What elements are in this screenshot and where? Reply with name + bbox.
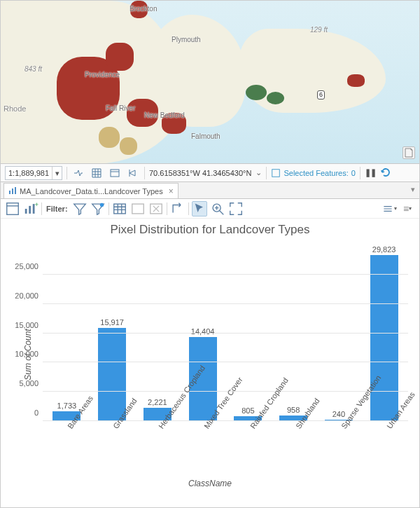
chevron-down-icon[interactable]: ▾ (52, 167, 62, 179)
svg-rect-0 (111, 170, 119, 177)
full-extent-button[interactable] (228, 201, 244, 217)
scale-input[interactable] (6, 169, 52, 177)
svg-rect-4 (15, 187, 16, 194)
properties-button[interactable] (5, 201, 20, 217)
x-axis-title: ClassName (1, 479, 419, 488)
chart-area: Pixel Distribution for Landcover Types S… (1, 219, 419, 490)
separator (167, 202, 167, 215)
y-tick-label: 0 (34, 409, 38, 417)
separator (41, 202, 42, 215)
svg-rect-1 (272, 169, 280, 177)
separator (266, 167, 267, 179)
export-menu-button[interactable]: ▾ (382, 201, 397, 217)
y-tick-label: 25,000 (15, 262, 38, 270)
switch-selection-button[interactable] (148, 201, 164, 217)
grid-tool-icon[interactable] (90, 166, 104, 180)
new-chart-button[interactable]: + (23, 201, 38, 217)
chart-menu-button[interactable]: ≡▾ (400, 201, 415, 217)
separator (188, 202, 189, 215)
filter-by-extent-button[interactable] (90, 201, 106, 217)
separator (66, 167, 67, 179)
grid-line (43, 274, 408, 275)
selection-tool-button[interactable] (192, 201, 207, 217)
note-icon (403, 147, 414, 158)
y-tick-label: 20,000 (15, 291, 38, 300)
y-tick-label: 10,000 (15, 350, 38, 358)
separator (108, 202, 109, 215)
urban-patch (347, 74, 365, 87)
grid-line (43, 303, 408, 304)
bar[interactable] (370, 255, 398, 421)
city-label-fall-river: Fall River (106, 104, 135, 112)
selection-icon (271, 168, 281, 178)
snap-tool-icon[interactable] (71, 166, 85, 180)
bar-chart-icon (8, 186, 17, 196)
coordinate-readout[interactable]: 70.6158351°W 41.3465430°N (149, 169, 251, 177)
grid-line (43, 362, 408, 362)
bar-col[interactable]: 1,733 (44, 245, 90, 421)
selected-features-status[interactable]: Selected Features: 0 (271, 168, 355, 178)
bar-value-label: 958 (287, 406, 300, 414)
svg-rect-7 (29, 205, 31, 213)
correction-tool-icon[interactable] (126, 166, 140, 180)
city-label-new-bedford: New Bedford (144, 111, 185, 119)
grid-line (43, 333, 408, 334)
zoom-tool-button[interactable] (210, 201, 225, 217)
separator (144, 167, 145, 179)
map-view[interactable]: Brockton Plymouth Providence Fall River … (1, 1, 419, 164)
sand-patch (120, 137, 137, 155)
city-label-plymouth: Plymouth (172, 36, 201, 43)
svg-rect-3 (12, 188, 13, 194)
separator (360, 167, 360, 179)
svg-text:+: + (35, 201, 39, 208)
bar-value-label: 2,221 (148, 398, 167, 406)
chart-title: Pixel Distribution for Landcover Types (1, 219, 419, 238)
elevation-label-right: 129 ft (310, 26, 328, 34)
y-tick-label: 15,000 (15, 321, 38, 329)
pause-drawing-button[interactable]: ❚❚ (365, 168, 376, 177)
city-label-brockton: Brockton (130, 5, 157, 13)
chart-tab-label: MA_Landcover_Data.ti...Landcover Types (20, 187, 163, 195)
selected-features-label: Selected Features: (284, 169, 348, 177)
forest-patch (267, 92, 284, 104)
scale-combo[interactable]: ▾ (5, 166, 62, 180)
chevron-down-icon[interactable]: ⌄ (255, 168, 262, 177)
bar[interactable] (98, 328, 126, 421)
forest-patch (246, 85, 267, 100)
filter-by-selection-button[interactable] (72, 201, 88, 217)
x-axis-labels: Bare AreasGrasslandHerbaceous CroplandMi… (43, 423, 408, 477)
sand-patch (99, 127, 120, 148)
svg-rect-12 (132, 204, 144, 214)
bar-value-label: 29,823 (372, 245, 396, 254)
land-shape (239, 29, 386, 113)
land-shape (148, 15, 246, 127)
chart-toolbar: + Filter: ▾ ≡▾ (1, 199, 419, 219)
bar-col[interactable]: 15,917 (90, 245, 135, 421)
map-status-bar: ▾ 70.6158351°W 41.3465430°N ⌄ Selected F… (1, 164, 419, 182)
city-label-falmouth: Falmouth (191, 132, 220, 140)
constraints-tool-icon[interactable] (108, 166, 122, 180)
svg-rect-6 (25, 209, 27, 214)
bar-value-label: 805 (241, 406, 254, 415)
rotate-chart-button[interactable] (170, 201, 186, 217)
state-label-rhode: Rhode (4, 104, 26, 113)
y-tick-label: 5,000 (19, 379, 38, 387)
bar-value-label: 1,733 (57, 401, 77, 410)
tab-menu-dropdown[interactable]: ▾ (411, 185, 415, 194)
chart-tab[interactable]: MA_Landcover_Data.ti...Landcover Types × (4, 183, 178, 198)
grid-line (43, 420, 408, 421)
table-view-button[interactable] (112, 201, 127, 217)
bar-col[interactable]: 240 (316, 245, 362, 421)
clear-selection-button[interactable] (130, 201, 146, 217)
route-shield-6: 6 (317, 90, 325, 99)
close-icon[interactable]: × (169, 186, 174, 196)
svg-rect-11 (113, 204, 125, 214)
bar-value-label: 240 (332, 410, 345, 418)
city-label-providence: Providence (85, 71, 120, 78)
svg-rect-5 (7, 202, 19, 214)
refresh-button[interactable] (380, 167, 391, 179)
chart-tab-bar: MA_Landcover_Data.ti...Landcover Types ×… (1, 182, 419, 199)
bar-col[interactable]: 2,221 (135, 245, 181, 421)
map-popup-button[interactable] (402, 146, 415, 159)
svg-point-10 (99, 202, 104, 207)
